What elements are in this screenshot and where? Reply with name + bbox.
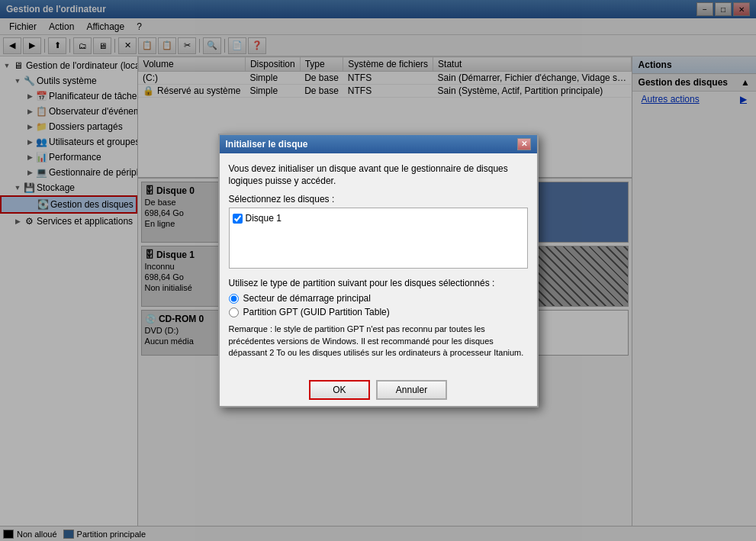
modal-disk-listbox[interactable]: Disque 1 bbox=[229, 208, 528, 269]
radio-gpt[interactable] bbox=[229, 308, 239, 317]
modal-title-bar: Initialiser le disque ✕ bbox=[220, 135, 537, 153]
modal-radio-gpt: Partition GPT (GUID Partition Table) bbox=[229, 307, 528, 317]
modal-body: Vous devez initialiser un disque avant q… bbox=[220, 153, 537, 375]
modal-close-button[interactable]: ✕ bbox=[517, 138, 531, 150]
radio-mbr[interactable] bbox=[229, 294, 239, 304]
radio-mbr-label: Secteur de démarrage principal bbox=[243, 293, 371, 304]
modal-partition-type-label: Utilisez le type de partition suivant po… bbox=[229, 278, 528, 288]
disk1-checkbox[interactable] bbox=[233, 214, 243, 224]
modal-overlay: Initialiser le disque ✕ Vous devez initi… bbox=[0, 0, 756, 541]
radio-gpt-label: Partition GPT (GUID Partition Table) bbox=[243, 307, 390, 317]
disk1-label: Disque 1 bbox=[246, 213, 281, 224]
modal-initialize-disk: Initialiser le disque ✕ Vous devez initi… bbox=[218, 134, 539, 408]
modal-disk-item: Disque 1 bbox=[233, 211, 524, 225]
modal-cancel-button[interactable]: Annuler bbox=[376, 380, 447, 400]
modal-title: Initialiser le disque bbox=[226, 139, 308, 150]
modal-radio-mbr: Secteur de démarrage principal bbox=[229, 293, 528, 304]
modal-description: Vous devez initialiser un disque avant q… bbox=[229, 163, 528, 188]
modal-select-label: Sélectionnez les disques : bbox=[229, 194, 528, 204]
modal-ok-button[interactable]: OK bbox=[309, 380, 370, 400]
modal-note: Remarque : le style de partition GPT n'e… bbox=[229, 324, 528, 359]
modal-buttons: OK Annuler bbox=[220, 374, 537, 406]
